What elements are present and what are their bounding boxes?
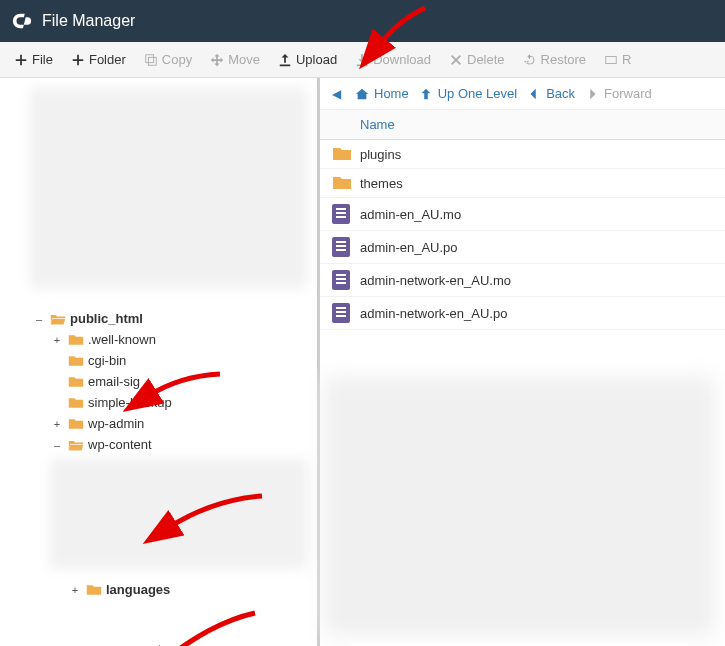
- table-row[interactable]: admin-en_AU.mo: [320, 198, 725, 231]
- restore-icon: [523, 53, 537, 67]
- expand-toggle[interactable]: +: [50, 418, 64, 430]
- folder-icon: [68, 396, 84, 410]
- file-new-button[interactable]: File: [6, 47, 61, 72]
- rename-icon: [604, 53, 618, 67]
- nav-forward[interactable]: Forward: [585, 86, 652, 101]
- file-icon: [332, 237, 360, 257]
- tree-node-email-sig[interactable]: email-sig: [0, 371, 317, 392]
- upload-button[interactable]: Upload: [270, 47, 345, 72]
- file-name: admin-en_AU.po: [360, 240, 713, 255]
- file-table-header: Name: [320, 110, 725, 140]
- table-row[interactable]: admin-network-en_AU.po: [320, 297, 725, 330]
- folder-tree: – public_html + .well-known cgi-bin emai…: [0, 78, 317, 640]
- move-button[interactable]: Move: [202, 47, 268, 72]
- folder-icon: [68, 375, 84, 389]
- home-icon: [355, 87, 369, 101]
- blurred-region: [50, 459, 307, 569]
- delete-icon: [449, 53, 463, 67]
- tree-node-cgi-bin[interactable]: cgi-bin: [0, 350, 317, 371]
- tree-node-public-html[interactable]: – public_html: [0, 308, 317, 329]
- folder-icon: [332, 146, 360, 162]
- file-name: admin-network-en_AU.po: [360, 306, 713, 321]
- table-row[interactable]: admin-en_AU.po: [320, 231, 725, 264]
- blurred-region: [30, 88, 307, 288]
- folder-new-button[interactable]: Folder: [63, 47, 134, 72]
- file-name: plugins: [360, 147, 713, 162]
- expand-toggle[interactable]: +: [50, 334, 64, 346]
- collapse-toggle[interactable]: –: [32, 313, 46, 325]
- table-row[interactable]: plugins: [320, 140, 725, 169]
- panel-collapse-icon[interactable]: ◀: [332, 87, 341, 101]
- nav-up-one-level[interactable]: Up One Level: [419, 86, 518, 101]
- table-row[interactable]: admin-network-en_AU.mo: [320, 264, 725, 297]
- tree-node-languages[interactable]: + languages: [0, 579, 317, 600]
- folder-icon: [68, 333, 84, 347]
- tree-node-well-known[interactable]: + .well-known: [0, 329, 317, 350]
- file-name: admin-en_AU.mo: [360, 207, 713, 222]
- folder-icon: [332, 175, 360, 191]
- plus-icon: [14, 53, 28, 67]
- copy-icon: [144, 53, 158, 67]
- svg-rect-2: [606, 56, 617, 63]
- blurred-region: [324, 376, 715, 636]
- restore-button[interactable]: Restore: [515, 47, 595, 72]
- folder-open-icon: [68, 438, 84, 452]
- file-icon: [332, 270, 360, 290]
- copy-button[interactable]: Copy: [136, 47, 200, 72]
- up-arrow-icon: [419, 87, 433, 101]
- nav-back[interactable]: Back: [527, 86, 575, 101]
- nav-home[interactable]: Home: [355, 86, 409, 101]
- collapse-toggle[interactable]: –: [50, 439, 64, 451]
- tree-node-wp-admin[interactable]: + wp-admin: [0, 413, 317, 434]
- breadcrumb-nav: ◀ Home Up One Level Back Forward: [320, 78, 725, 110]
- download-button[interactable]: Download: [347, 47, 439, 72]
- move-icon: [210, 53, 224, 67]
- cpanel-logo-icon: [10, 9, 34, 33]
- file-list-panel: ◀ Home Up One Level Back Forward Name pl…: [320, 78, 725, 646]
- svg-rect-1: [148, 57, 156, 65]
- plus-icon: [71, 53, 85, 67]
- file-name: themes: [360, 176, 713, 191]
- main-area: – public_html + .well-known cgi-bin emai…: [0, 78, 725, 646]
- delete-button[interactable]: Delete: [441, 47, 513, 72]
- folder-icon: [68, 417, 84, 431]
- app-title: File Manager: [42, 12, 135, 30]
- forward-arrow-icon: [585, 87, 599, 101]
- folder-open-icon: [50, 312, 66, 326]
- tree-node-simple-backup[interactable]: simple-backup: [0, 392, 317, 413]
- rename-button-truncated[interactable]: R: [596, 47, 639, 72]
- file-name: admin-network-en_AU.mo: [360, 273, 713, 288]
- folder-tree-panel: – public_html + .well-known cgi-bin emai…: [0, 78, 320, 646]
- expand-toggle[interactable]: +: [68, 584, 82, 596]
- folder-icon: [68, 354, 84, 368]
- tree-node-wp-content[interactable]: – wp-content: [0, 434, 317, 455]
- toolbar: File Folder Copy Move Upload Download De…: [0, 42, 725, 78]
- folder-icon: [86, 583, 102, 597]
- file-icon: [332, 204, 360, 224]
- download-icon: [355, 53, 369, 67]
- file-icon: [332, 303, 360, 323]
- table-row[interactable]: themes: [320, 169, 725, 198]
- column-header-name[interactable]: Name: [360, 117, 713, 132]
- svg-rect-0: [146, 54, 154, 62]
- app-header: File Manager: [0, 0, 725, 42]
- file-table-body: pluginsthemesadmin-en_AU.moadmin-en_AU.p…: [320, 140, 725, 370]
- upload-icon: [278, 53, 292, 67]
- back-arrow-icon: [527, 87, 541, 101]
